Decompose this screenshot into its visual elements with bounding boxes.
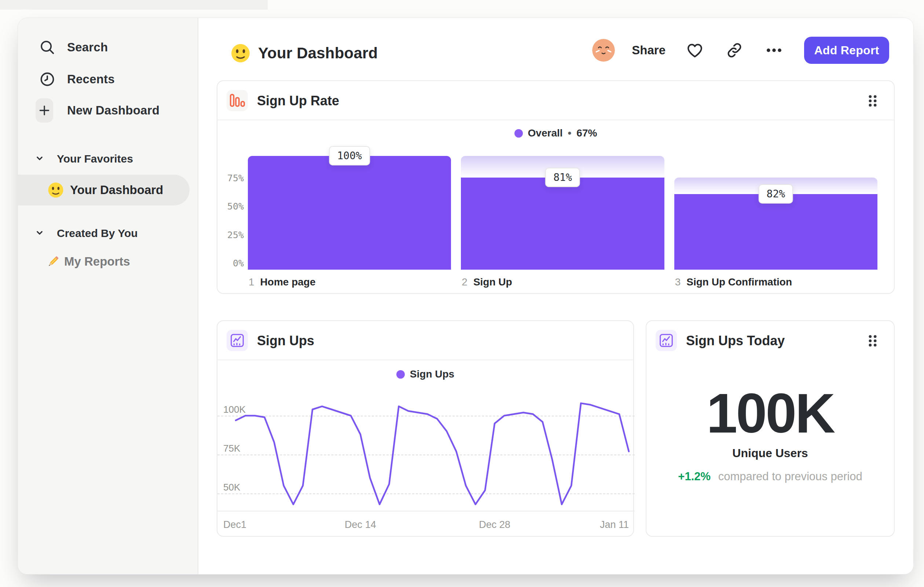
funnel-bar — [461, 178, 664, 270]
main-content: Your Dashboard Share — [198, 18, 913, 574]
sidebar: Search Recents New Dashboard — [18, 18, 198, 574]
funnel-y-tick: 50% — [200, 201, 244, 212]
delta-note: compared to previous period — [718, 470, 862, 483]
sidebar-section-created-by-you[interactable]: Created By You — [18, 225, 198, 241]
sidebar-item-recents[interactable]: Recents — [18, 67, 198, 91]
pencil-emoji — [45, 253, 61, 270]
sidebar-item-label: Search — [67, 40, 108, 54]
add-report-button[interactable]: Add Report — [804, 37, 889, 64]
legend-dot — [515, 129, 523, 137]
section-title: Your Favorites — [57, 153, 133, 165]
smiley-emoji — [47, 182, 64, 198]
legend-separator: • — [568, 127, 572, 139]
insights-chart-icon — [227, 330, 248, 351]
funnel-bar — [248, 156, 451, 270]
line-x-tick: Dec 28 — [479, 519, 510, 531]
drag-handle-icon[interactable] — [865, 93, 881, 109]
card-title: Sign Ups Today — [686, 321, 785, 360]
clock-icon — [38, 70, 56, 88]
sidebar-item-label: New Dashboard — [67, 103, 160, 117]
legend-label: Overall — [528, 127, 563, 139]
line-legend: Sign Ups — [218, 367, 633, 382]
search-icon — [38, 38, 56, 56]
sidebar-item-new-dashboard[interactable]: New Dashboard — [18, 98, 198, 122]
drag-handle-icon[interactable] — [865, 333, 881, 349]
app-window: Search Recents New Dashboard — [18, 18, 914, 575]
line-card-header: Sign Ups — [218, 321, 633, 360]
funnel-card-header: Sign Up Rate — [218, 81, 894, 120]
step-index: 3 — [675, 276, 681, 288]
legend-dot — [396, 370, 405, 379]
metric-label: Unique Users — [647, 446, 894, 460]
sidebar-item-label: Recents — [67, 72, 115, 86]
line-plot: 100K75K50KDec1Dec 14Dec 28Jan 11 — [218, 384, 635, 538]
line-x-tick: Dec 14 — [345, 519, 376, 531]
card-title: Sign Up Rate — [257, 81, 339, 120]
conversion-badge: 100% — [329, 146, 370, 165]
more-options-icon[interactable] — [764, 40, 784, 61]
step-name: Home page — [260, 276, 316, 288]
funnel-card: Sign Up Rate Overall • 67% 75%50%25%0% 1… — [217, 80, 895, 294]
sidebar-item-your-dashboard[interactable]: Your Dashboard — [18, 175, 190, 205]
insights-chart-icon — [656, 330, 677, 351]
delta-value: +1.2% — [678, 470, 711, 483]
funnel-bars: 100%1Home page81%2Sign Up82%3Sign Up Con… — [248, 156, 878, 270]
signups-today-card: Sign Ups Today 100K Unique Users +1.2% c… — [646, 320, 895, 537]
header-actions: Share Add Report — [592, 34, 889, 66]
line-x-tick: Jan 11 — [600, 519, 629, 531]
signups-line-card: Sign Ups Sign Ups 100K75K50KDec1Dec 14De… — [217, 320, 634, 537]
step-index: 1 — [249, 276, 254, 288]
funnel-step-label: 2Sign Up — [462, 276, 512, 288]
line-x-tick: Dec1 — [223, 519, 246, 531]
card-title: Sign Ups — [257, 321, 314, 360]
conversion-badge: 82% — [759, 184, 794, 203]
page-header: Your Dashboard — [230, 38, 378, 68]
funnel-chart-icon — [227, 90, 248, 111]
conversion-badge: 81% — [545, 168, 580, 187]
funnel-y-tick: 25% — [200, 229, 244, 240]
funnel-step-label: 3Sign Up Confirmation — [675, 276, 792, 288]
funnel-y-tick: 0% — [200, 258, 244, 269]
chevron-down-icon — [34, 227, 45, 240]
sidebar-section-your-favorites[interactable]: Your Favorites — [18, 151, 198, 167]
funnel-step[interactable]: 82%3Sign Up Confirmation — [674, 156, 878, 270]
sidebar-item-label: Your Dashboard — [70, 183, 163, 197]
sidebar-item-search[interactable]: Search — [18, 35, 198, 60]
step-name: Sign Up — [474, 276, 512, 288]
copy-link-icon[interactable] — [724, 40, 745, 61]
funnel-bar — [674, 194, 878, 270]
background-window-strip — [0, 0, 268, 10]
metric-card-header: Sign Ups Today — [647, 321, 894, 360]
smiley-emoji — [230, 43, 251, 63]
step-name: Sign Up Confirmation — [686, 276, 792, 288]
funnel-y-tick: 75% — [200, 172, 244, 183]
share-button[interactable]: Share — [632, 43, 665, 57]
plus-icon — [36, 102, 53, 119]
favorite-heart-icon[interactable] — [685, 40, 705, 61]
step-index: 2 — [462, 276, 467, 288]
funnel-step[interactable]: 81%2Sign Up — [461, 156, 664, 270]
funnel-step[interactable]: 100%1Home page — [248, 156, 451, 270]
chevron-down-icon — [34, 153, 45, 165]
metric-value: 100K — [647, 381, 894, 445]
page-title: Your Dashboard — [258, 45, 378, 62]
sidebar-item-my-reports[interactable]: My Reports — [18, 251, 198, 272]
funnel-legend: Overall • 67% — [218, 126, 894, 141]
signups-line-series — [218, 384, 635, 516]
section-title: Created By You — [57, 227, 138, 240]
legend-value: 67% — [576, 127, 597, 139]
sidebar-item-label: My Reports — [64, 255, 130, 269]
metric-delta: +1.2% compared to previous period — [647, 470, 894, 483]
funnel-step-label: 1Home page — [249, 276, 316, 288]
avatar[interactable] — [592, 39, 615, 62]
legend-label: Sign Ups — [410, 368, 454, 380]
